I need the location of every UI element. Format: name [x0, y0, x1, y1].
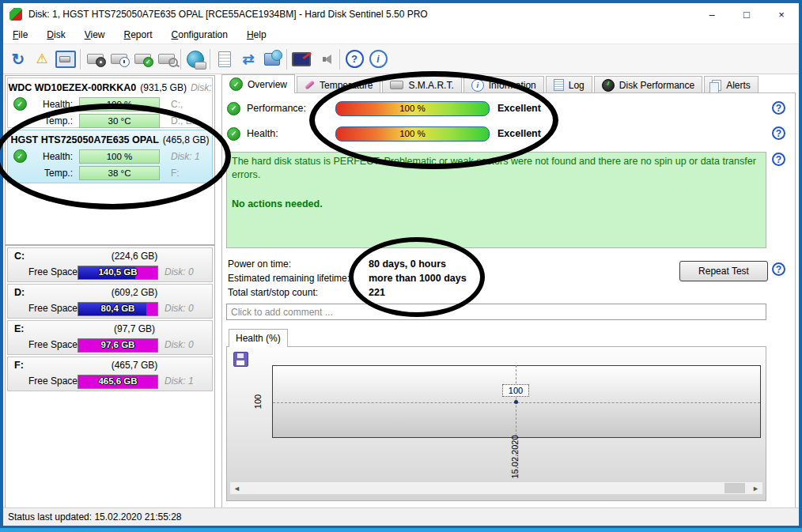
tab-temperature[interactable]: Temperature [297, 76, 380, 93]
health-bar: 100 % [79, 149, 160, 164]
comment-input[interactable] [226, 304, 766, 320]
free-space-bar: 80,4 GB [78, 302, 158, 316]
partition-f[interactable]: F: (465,7 GB) Free Space 465,6 GB Disk: … [7, 357, 213, 391]
tab-overview[interactable]: ✓Overview [221, 74, 295, 93]
disk-properties-icon[interactable] [54, 47, 78, 71]
chart-tab-health[interactable]: Health (%) [229, 329, 288, 347]
disk-entry-hgst-selected[interactable]: HGST HTS725050A7E635 OPAL (465,8 GB) ✓ H… [7, 130, 213, 183]
globe-disk-icon[interactable] [183, 47, 207, 71]
tab-smart[interactable]: S.M.A.R.T. [382, 76, 461, 93]
partition-size: (224,6 GB) [87, 251, 182, 262]
title-bar: Disk: 1, HGST HTS725050A7E635 OPAL [RCE5… [3, 3, 799, 25]
close-button[interactable]: × [764, 4, 799, 25]
tab-log[interactable]: Log [546, 76, 592, 93]
menu-report[interactable]: Report [115, 29, 162, 40]
power-on-time-row: Power on time: 80 days, 0 hours [228, 258, 446, 273]
help-icon[interactable]: ? [772, 126, 785, 140]
sync-icon[interactable]: ⇄ [236, 47, 260, 71]
free-space-bar: 465,6 GB [78, 375, 158, 389]
toolbar-separator [80, 49, 81, 70]
help-icon[interactable]: ? [772, 262, 785, 276]
disk-number: Disk: 1 [171, 151, 200, 162]
network-icon[interactable] [260, 47, 284, 71]
monitor-test-icon[interactable] [289, 47, 313, 71]
partition-e[interactable]: E: (97,7 GB) Free Space 97,6 GB Disk: 0 [7, 320, 213, 355]
remaining-lifetime-row: Estimated remaining lifetime: more than … [228, 273, 467, 287]
help-icon[interactable]: ? [342, 47, 366, 71]
disk-clock-icon[interactable] [107, 47, 131, 71]
toolbar: ↻ ⚠ ✓ ⇄ ? i [3, 43, 799, 74]
repeat-test-button[interactable]: Repeat Test [679, 261, 768, 281]
scroll-left-arrow[interactable]: ◄ [230, 482, 244, 494]
thermometer-icon [305, 80, 315, 89]
alert-refresh-icon[interactable]: ⚠ [30, 47, 54, 71]
power-on-time-label: Power on time: [228, 258, 369, 273]
refresh-icon[interactable]: ↻ [6, 47, 30, 71]
disk-number-label: Disk: [191, 82, 212, 93]
toolbar-separator [286, 49, 287, 70]
performance-bar: 100 % [335, 101, 490, 116]
y-axis-tick: 100 [253, 386, 264, 417]
free-space-label: Free Space [28, 266, 78, 277]
disk-number: Disk: 0 [165, 266, 194, 277]
menu-help[interactable]: Help [237, 29, 276, 40]
scrollbar-thumb[interactable] [724, 483, 745, 493]
free-space-bar: 140,5 GB [78, 266, 158, 280]
overview-check-icon: ✓ [229, 77, 243, 91]
ok-icon: ✓ [227, 127, 240, 141]
tab-information[interactable]: iInformation [463, 76, 544, 93]
data-point-label: 100 [502, 384, 529, 397]
partition-c[interactable]: C: (224,6 GB) Free Space 140,5 GB Disk: … [7, 247, 213, 282]
menu-disk[interactable]: Disk [37, 29, 74, 40]
tab-alerts[interactable]: Alerts [704, 76, 758, 93]
disk-search-icon[interactable] [154, 47, 178, 71]
overview-panel: ✓ Performance: 100 % Excellent ✓ Health:… [221, 92, 796, 508]
ok-icon: ✓ [227, 102, 240, 115]
partition-size: (609,2 GB) [87, 287, 182, 298]
health-bar: 100 % [335, 126, 490, 141]
status-action-text: No actions needed. [232, 198, 761, 211]
disk-entry-wdc[interactable]: WDC WD10EZEX-00RKKA0 (931,5 GB) Disk: ✓ … [7, 77, 213, 128]
scroll-right-arrow[interactable]: ► [749, 482, 762, 494]
disk-icon [390, 81, 403, 89]
disk-size: (465,8 GB) [163, 134, 210, 145]
speaker-icon[interactable] [313, 47, 337, 71]
temp-label: Temp.: [32, 115, 73, 126]
partition-letters: D:, E: [171, 115, 195, 126]
chart-scrollbar[interactable]: ◄ ► [229, 481, 763, 495]
app-logo-icon [9, 8, 22, 21]
data-point [514, 400, 518, 404]
free-space-label: Free Space [28, 303, 78, 314]
partition-list-panel: C: (224,6 GB) Free Space 140,5 GB Disk: … [5, 245, 215, 508]
maximize-button[interactable]: □ [729, 4, 764, 25]
disk-check-icon[interactable]: ✓ [131, 47, 154, 71]
partition-size: (465,7 GB) [87, 360, 182, 371]
free-space-bar: 97,6 GB [78, 338, 158, 353]
window-title: Disk: 1, HGST HTS725050A7E635 OPAL [RCE5… [28, 9, 428, 20]
partition-letters: C:, [171, 99, 183, 110]
health-label: Health: [32, 151, 73, 162]
toolbar-separator [210, 49, 210, 70]
save-chart-icon[interactable] [233, 352, 248, 367]
health-ok-icon: ✓ [13, 149, 27, 163]
menu-view[interactable]: View [75, 29, 115, 40]
status-message-box: The hard disk status is PERFECT. Problem… [226, 152, 766, 248]
gauge-icon [602, 79, 615, 92]
disk-gauge-icon[interactable] [83, 47, 107, 71]
menu-file[interactable]: File [3, 29, 37, 40]
report-icon[interactable] [213, 47, 236, 71]
health-chart-panel: 100 15.02.2020 100 ◄ ► [226, 346, 766, 501]
menu-bar: File Disk View Report Configuration Help [3, 25, 799, 43]
minimize-button[interactable]: – [694, 4, 729, 25]
tab-disk-performance[interactable]: Disk Performance [594, 76, 702, 93]
temp-bar: 38 °C [79, 166, 160, 180]
disk-name: WDC WD10EZEX-00RKKA0 [8, 82, 136, 93]
menu-configuration[interactable]: Configuration [162, 29, 237, 40]
health-row: ✓ Health: 100 % Excellent [222, 126, 541, 141]
partition-d[interactable]: D: (609,2 GB) Free Space 80,4 GB Disk: 0 [7, 284, 213, 319]
info-icon[interactable]: i [366, 47, 390, 71]
toolbar-separator [180, 49, 181, 70]
help-icon[interactable]: ? [772, 153, 785, 166]
help-icon[interactable]: ? [772, 101, 785, 115]
disk-name: HGST HTS725050A7E635 OPAL [10, 134, 158, 145]
